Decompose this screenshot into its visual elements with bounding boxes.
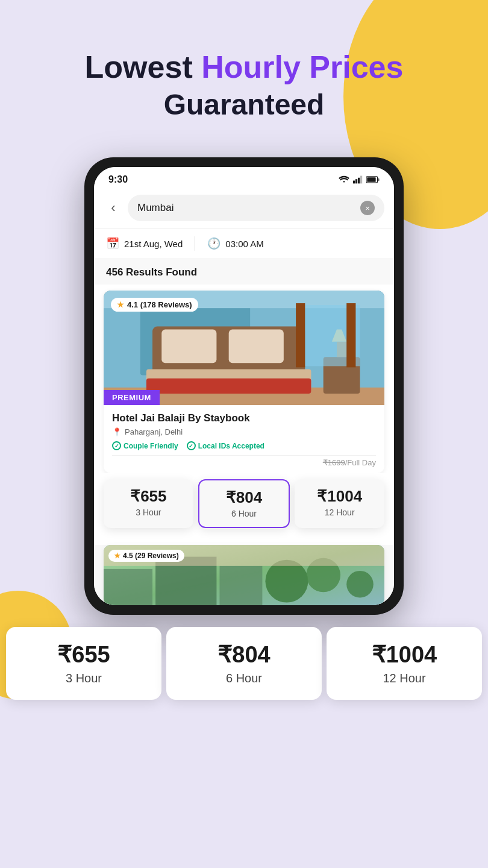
search-bar-container: ‹ Mumbai × (94, 190, 394, 228)
outer-price-amount-12hr: ₹1004 (333, 641, 476, 668)
results-count: 456 Results Found (106, 266, 382, 278)
battery-icon (366, 176, 380, 183)
hotel-location: 📍 Paharganj, Delhi (112, 427, 376, 436)
svg-rect-1 (355, 180, 357, 184)
in-phone-price-cards: ₹655 3 Hour ₹804 6 Hour ₹1004 12 Hour (94, 473, 394, 538)
svg-rect-14 (229, 330, 284, 363)
svg-rect-24 (104, 569, 152, 605)
hotel-card-2[interactable]: ★ 4.5 (29 Reviews) (104, 545, 384, 605)
tag-local-ids-label: Local IDs Accepted (198, 442, 264, 450)
outer-price-duration-12hr: 12 Hour (333, 671, 476, 685)
search-city-text: Mumbai (137, 202, 174, 214)
signal-icon (353, 175, 363, 184)
outer-price-section: ₹655 3 Hour ₹804 6 Hour ₹1004 12 Hour (0, 615, 488, 706)
status-bar: 9:30 (94, 167, 394, 190)
clear-search-button[interactable]: × (360, 201, 375, 215)
outer-price-amount-6hr: ₹804 (172, 641, 316, 668)
price-label: /Full Day (345, 458, 376, 467)
hotel-info: Hotel Jai Balaji By Staybook 📍 Paharganj… (104, 405, 384, 473)
outer-price-duration-6hr: 6 Hour (172, 671, 316, 685)
svg-rect-0 (353, 181, 355, 184)
search-input-box[interactable]: Mumbai × (128, 195, 384, 221)
hero-title-normal: Lowest (85, 49, 202, 84)
price-amount-3hr: ₹655 (108, 488, 189, 505)
hero-title-highlight: Hourly Prices (201, 49, 403, 84)
hotel-rating-text: 4.1 (178 Reviews) (127, 300, 192, 309)
status-icons (339, 175, 380, 184)
star-icon-2: ★ (114, 552, 120, 560)
svg-rect-20 (296, 303, 305, 367)
svg-rect-26 (219, 566, 262, 605)
location-pin-icon: 📍 (112, 427, 122, 436)
back-button[interactable]: ‹ (104, 198, 123, 218)
outer-price-amount-3hr: ₹655 (12, 641, 155, 668)
hotel-card[interactable]: ★ 4.1 (178 Reviews) PREMIUM Hotel Jai Ba… (104, 291, 384, 473)
tag-check-icon-2: ✓ (187, 441, 196, 450)
calendar-icon: 📅 (106, 237, 119, 250)
hero-title: Lowest Hourly Prices (24, 48, 464, 86)
hotel-2-rating-text: 4.5 (29 Reviews) (123, 552, 179, 560)
status-time: 9:30 (108, 174, 128, 185)
rating-badge: ★ 4.1 (178 Reviews) (111, 298, 198, 312)
hotel-price-row: ₹1699/Full Day (112, 455, 376, 467)
rating-badge-2: ★ 4.5 (29 Reviews) (108, 550, 184, 562)
outer-price-card-12hr[interactable]: ₹1004 12 Hour (327, 627, 482, 700)
svg-rect-5 (367, 178, 375, 183)
price-amount-6hr: ₹804 (204, 489, 284, 506)
hero-subtitle: Guaranteed (24, 88, 464, 121)
price-card-12hr[interactable]: ₹1004 12 Hour (295, 479, 384, 528)
premium-badge: PREMIUM (104, 390, 160, 405)
hotel-image-2: ★ 4.5 (29 Reviews) (104, 545, 384, 605)
price-duration-12hr: 12 Hour (299, 508, 380, 517)
svg-rect-21 (346, 303, 355, 367)
phone-container: 9:30 ‹ Mumbai × (0, 157, 488, 615)
hotel-tags: ✓ Couple Friendly ✓ Local IDs Accepted (112, 441, 376, 450)
price-duration-3hr: 3 Hour (108, 508, 189, 517)
hotel-image-wrapper: ★ 4.1 (178 Reviews) PREMIUM (104, 291, 384, 405)
second-hotel-preview: ★ 4.5 (29 Reviews) (94, 545, 394, 605)
tag-couple-friendly: ✓ Couple Friendly (112, 441, 178, 450)
svg-rect-15 (146, 379, 311, 394)
datetime-bar[interactable]: 📅 21st Aug, Wed 🕐 03:00 AM (94, 228, 394, 258)
date-item[interactable]: 📅 21st Aug, Wed (106, 237, 183, 250)
datetime-divider (195, 236, 195, 251)
clock-icon: 🕐 (207, 237, 221, 250)
svg-point-29 (346, 571, 374, 598)
phone-screen: 9:30 ‹ Mumbai × (94, 167, 394, 605)
wifi-icon (339, 175, 349, 184)
tag-check-icon-1: ✓ (112, 441, 121, 450)
tag-couple-label: Couple Friendly (124, 442, 178, 450)
date-text: 21st Aug, Wed (124, 239, 183, 249)
hotel-name: Hotel Jai Balaji By Staybook (112, 412, 376, 424)
original-price: ₹1699 (323, 458, 345, 467)
svg-rect-2 (358, 178, 360, 184)
price-duration-6hr: 6 Hour (204, 509, 284, 518)
outer-price-card-3hr[interactable]: ₹655 3 Hour (6, 627, 161, 700)
time-item[interactable]: 🕐 03:00 AM (207, 237, 263, 250)
hotel-location-text: Paharganj, Delhi (125, 427, 183, 436)
star-icon: ★ (117, 300, 124, 309)
phone-frame: 9:30 ‹ Mumbai × (84, 157, 404, 615)
price-card-3hr[interactable]: ₹655 3 Hour (104, 479, 193, 528)
svg-rect-13 (161, 330, 216, 363)
tag-local-ids: ✓ Local IDs Accepted (187, 441, 264, 450)
time-text: 03:00 AM (225, 239, 263, 249)
outer-price-card-6hr[interactable]: ₹804 6 Hour (166, 627, 322, 700)
price-card-6hr[interactable]: ₹804 6 Hour (198, 479, 290, 528)
price-amount-12hr: ₹1004 (299, 488, 380, 505)
svg-point-27 (265, 560, 308, 603)
hero-section: Lowest Hourly Prices Guaranteed (0, 0, 488, 145)
svg-rect-6 (378, 178, 380, 181)
svg-rect-3 (360, 176, 362, 184)
outer-price-duration-3hr: 3 Hour (12, 671, 155, 685)
results-section: 456 Results Found (94, 258, 394, 285)
